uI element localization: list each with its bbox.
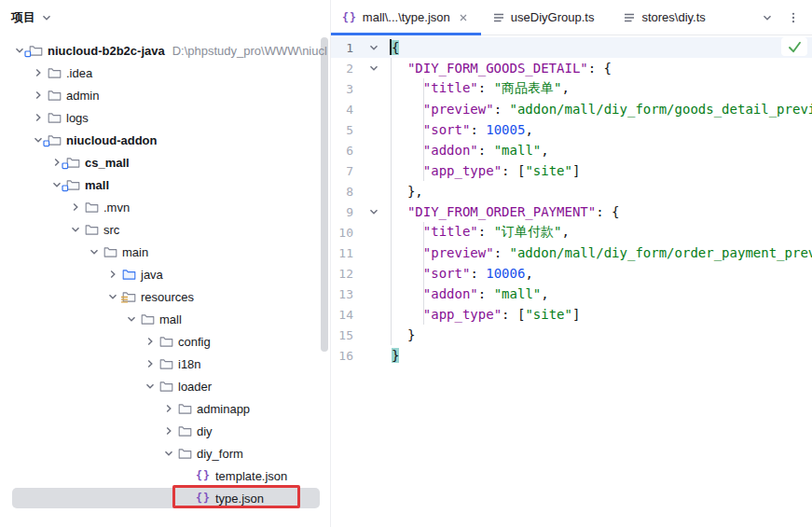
tree-item-java[interactable]: java (0, 263, 331, 285)
chevron-right-icon[interactable] (104, 267, 120, 282)
tree-item-i18n[interactable]: i18n (0, 353, 331, 375)
project-panel-header[interactable]: 项目 (11, 7, 54, 28)
chevron-down-icon[interactable] (104, 289, 120, 304)
code-text: }, (392, 184, 423, 199)
folder-icon (83, 200, 100, 215)
code-text: "preview": "addon/mall/diy_form/order_pa… (392, 245, 812, 260)
tree-item-mall[interactable]: mall (0, 173, 331, 196)
tree-item-admin[interactable]: admin (0, 84, 331, 106)
tab-usediygroup-ts[interactable]: useDiyGroup.ts (481, 0, 612, 35)
chevron-right-icon[interactable] (142, 356, 158, 371)
tree-item-label: loader (178, 380, 212, 394)
code-line[interactable]: 14"app_type": ["site"] (331, 304, 812, 325)
editor-tab-bar: {}mall\...\type.jsonuseDiyGroup.tsstores… (331, 0, 812, 35)
tree-item-niucloud-addon[interactable]: niucloud-addon (0, 129, 331, 151)
tree-item--idea[interactable]: .idea (0, 62, 331, 84)
tree-item-main[interactable]: main (0, 241, 331, 263)
module-folder-icon (64, 177, 81, 192)
folder-icon (158, 334, 174, 349)
code-line[interactable]: 13"addon": "mall", (331, 284, 812, 304)
code-line[interactable]: 6"addon": "mall", (331, 140, 812, 160)
tab-label: mall\...\type.json (363, 10, 450, 24)
code-token: , (525, 122, 532, 137)
code-lines: 1{2"DIY_FORM_GOODS_DETAIL": {3"title": "… (331, 37, 812, 366)
tree-item-diy[interactable]: diy (0, 420, 331, 442)
chevron-spacer (179, 491, 195, 506)
fold-chevron-icon[interactable] (359, 61, 389, 76)
code-line[interactable]: 4"preview": "addon/mall/diy_form/goods_d… (331, 99, 812, 119)
code-token: "preview" (423, 102, 494, 117)
chevron-down-icon[interactable] (67, 222, 83, 237)
tree-item--mvn[interactable]: .mvn (0, 196, 331, 218)
code-token: "app_type" (423, 307, 502, 322)
code-token: : (478, 224, 494, 239)
line-number: 13 (331, 287, 353, 301)
code-token: : (494, 102, 510, 117)
code-token: , (562, 80, 570, 95)
folder-icon (46, 88, 62, 103)
tree-item-src[interactable]: src (0, 218, 331, 241)
tab-stores-diy-ts[interactable]: stores\diy.ts (612, 0, 723, 35)
tab-mall-type-json[interactable]: {}mall\...\type.json (331, 0, 481, 35)
tree-item-loader[interactable]: loader (0, 375, 331, 397)
tree-item-mall[interactable]: mall (0, 308, 331, 330)
code-token: "app_type" (423, 163, 502, 178)
code-token: } (407, 327, 415, 342)
code-editor[interactable]: 1{2"DIY_FORM_GOODS_DETAIL": {3"title": "… (331, 35, 812, 527)
code-line[interactable]: 10"title": "订单付款", (331, 222, 812, 243)
code-line[interactable]: 15} (331, 325, 812, 345)
tree-item-logs[interactable]: logs (0, 106, 331, 129)
chevron-right-icon[interactable] (160, 423, 176, 438)
chevron-down-icon[interactable] (760, 10, 775, 25)
fold-chevron-icon[interactable] (359, 204, 389, 219)
chevron-right-icon[interactable] (30, 88, 46, 103)
code-line[interactable]: 7"app_type": ["site"] (331, 160, 812, 181)
tree-item-label: logs (66, 111, 89, 125)
code-text: "sort": 10005, (392, 122, 533, 137)
more-vertical-icon[interactable] (786, 10, 801, 25)
project-scrollbar-thumb[interactable] (321, 37, 328, 352)
code-token: : (478, 80, 494, 95)
code-line[interactable]: 16} (331, 345, 812, 366)
tree-item-diy-form[interactable]: diy_form (0, 442, 331, 465)
tree-item-label: niucloud-addon (66, 133, 157, 147)
tree-item-adminapp[interactable]: adminapp (0, 397, 331, 420)
chevron-down-icon[interactable] (142, 379, 158, 394)
code-token: , (525, 266, 532, 281)
code-line[interactable]: 8}, (331, 181, 812, 201)
tree-item-cs-mall[interactable]: cs_mall (0, 151, 331, 173)
code-line[interactable]: 3"title": "商品表单", (331, 78, 812, 99)
code-line[interactable]: 11"preview": "addon/mall/diy_form/order_… (331, 243, 812, 263)
code-line[interactable]: 2"DIY_FORM_GOODS_DETAIL": { (331, 58, 812, 78)
fold-chevron-icon[interactable] (359, 40, 389, 55)
inspections-widget[interactable] (781, 37, 807, 56)
tree-item-config[interactable]: config (0, 330, 331, 353)
code-line[interactable]: 5"sort": 10005, (331, 119, 812, 140)
chevron-right-icon[interactable] (30, 65, 46, 80)
chevron-down-icon[interactable] (123, 312, 139, 326)
json-file-icon: {} (195, 491, 212, 506)
folder-icon (158, 356, 174, 371)
tree-item-resources[interactable]: resources (0, 285, 331, 308)
code-token: : { (588, 61, 612, 76)
tree-item-type-json[interactable]: {}type.json (0, 487, 331, 509)
tree-item-template-json[interactable]: {}template.json (0, 465, 331, 487)
chevron-down-icon[interactable] (160, 446, 176, 461)
code-line[interactable]: 1{ (331, 37, 812, 58)
code-token: "addon" (423, 143, 478, 158)
close-icon[interactable] (457, 11, 470, 24)
tree-item-label: mall (159, 312, 182, 326)
code-token: "DIY_FORM_GOODS_DETAIL" (407, 61, 588, 76)
chevron-right-icon[interactable] (160, 401, 176, 416)
code-token: "DIY_FROM_ORDER_PAYMENT" (407, 204, 596, 219)
tree-item-niucloud-b2b2c-java[interactable]: niucloud-b2b2c-javaD:\phpstudy_pro\WWW\n… (0, 39, 331, 62)
chevron-right-icon[interactable] (67, 200, 83, 215)
chevron-down-icon[interactable] (86, 244, 102, 259)
code-line[interactable]: 12"sort": 10006, (331, 263, 812, 284)
code-line[interactable]: 9"DIY_FROM_ORDER_PAYMENT": { (331, 201, 812, 222)
chevron-right-icon[interactable] (142, 334, 158, 349)
chevron-right-icon[interactable] (30, 110, 46, 125)
check-icon (788, 41, 802, 53)
line-number: 7 (331, 164, 353, 178)
code-token: "mall" (494, 143, 542, 158)
